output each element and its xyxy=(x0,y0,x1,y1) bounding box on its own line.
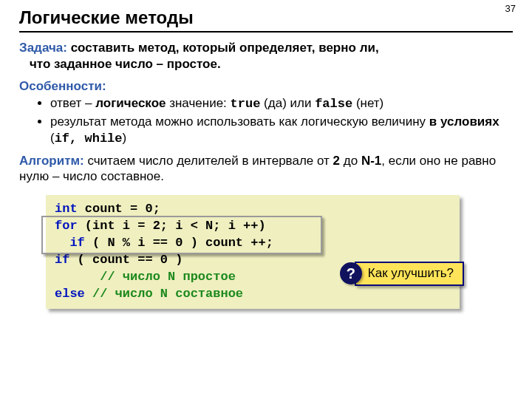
code-line: else // число N составное xyxy=(55,286,451,303)
code-line: int count = 0; xyxy=(55,201,451,218)
code-line: if ( N % i == 0 ) count ++; xyxy=(55,235,451,252)
slide-title: Логические методы xyxy=(19,7,513,28)
keyword-if: if xyxy=(55,253,69,267)
text: считаем число делителей в интервале от xyxy=(84,154,333,168)
text: ) xyxy=(123,131,127,145)
list-item: ответ – логическое значение: true (да) и… xyxy=(50,95,513,112)
n-1: N-1 xyxy=(361,154,381,168)
callout-text: Как улучшить? xyxy=(355,262,464,286)
title-rule xyxy=(19,31,513,33)
code-if-while: if, while xyxy=(55,132,123,146)
list-item: результат метода можно использовать как … xyxy=(50,114,513,147)
keyword-for: for xyxy=(55,219,78,233)
keyword-if: if xyxy=(69,236,84,250)
task-section: Задача: составить метод, который определ… xyxy=(19,40,513,72)
code-text: ( N % i == 0 ) count ++; xyxy=(85,236,273,250)
task-label: Задача: xyxy=(19,41,67,55)
features-section: Особенности: ответ – логическое значение… xyxy=(19,78,513,147)
keyword-else: else xyxy=(55,287,85,301)
text-bold: логическое xyxy=(95,96,166,110)
code-text: (int i = 2; i < N; i ++) xyxy=(78,219,266,233)
task-text-1: составить метод, который определяет, вер… xyxy=(67,41,379,55)
space xyxy=(85,287,92,301)
comment: // число N простое xyxy=(100,270,236,284)
text: до xyxy=(340,154,361,168)
indent xyxy=(55,236,69,250)
callout: ? Как улучшить? xyxy=(340,262,464,286)
text: значение: xyxy=(166,96,230,110)
keyword-int: int xyxy=(55,202,78,216)
page-number: 37 xyxy=(505,3,516,14)
features-label: Особенности: xyxy=(19,79,106,93)
indent xyxy=(55,270,100,284)
algorithm-section: Алгоритм: считаем число делителей в инте… xyxy=(19,153,513,185)
code-line: for (int i = 2; i < N; i ++) xyxy=(55,218,451,235)
algorithm-label: Алгоритм: xyxy=(19,154,84,168)
task-text-2: что заданное число – простое. xyxy=(19,56,513,72)
code-text: count = 0; xyxy=(78,202,160,216)
code-false: false xyxy=(315,97,352,111)
comment: // число N составное xyxy=(92,287,243,301)
code-block: int count = 0; for (int i = 2; i < N; i … xyxy=(46,195,460,309)
text-bold: в условиях xyxy=(429,115,499,129)
code-text: ( count == 0 ) xyxy=(69,253,183,267)
code-true: true xyxy=(231,97,261,111)
text: результат метода можно использовать как … xyxy=(50,115,429,129)
text: ответ – xyxy=(50,96,95,110)
text: (нет) xyxy=(352,96,383,110)
two: 2 xyxy=(333,154,340,168)
text: (да) или xyxy=(260,96,315,110)
features-list: ответ – логическое значение: true (да) и… xyxy=(19,95,513,146)
